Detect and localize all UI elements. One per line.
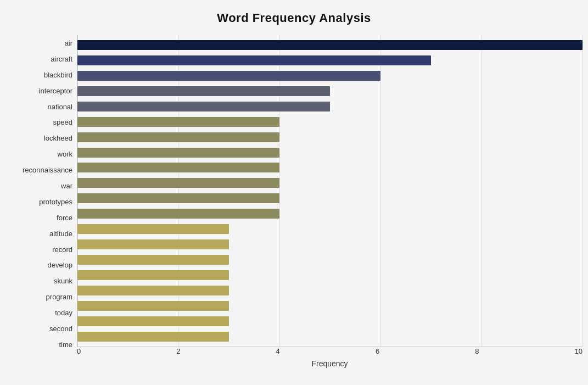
x-axis-labels: 0246810 [77,347,583,358]
bar [77,178,279,188]
y-label: speed [5,119,72,126]
bar [77,239,229,249]
y-label: interceptor [5,87,72,94]
bar [77,209,279,219]
bar-row [77,223,583,235]
bar [77,40,583,50]
bar [77,148,279,158]
y-label: air [5,40,72,47]
y-label: war [5,182,72,189]
bar-row [77,192,583,204]
y-label: national [5,103,72,110]
x-axis-title: Frequency [77,359,583,368]
bar [77,71,380,81]
x-tick: 8 [475,347,479,358]
y-label: develop [5,261,72,269]
y-label: reconnaissance [5,166,72,174]
bar-row [77,177,583,189]
bar [77,132,279,142]
bars-area: 0246810 Frequency [77,35,583,368]
bar [77,102,330,111]
y-label: lockheed [5,135,72,142]
bar-row [77,70,583,82]
x-tick: 6 [376,347,379,358]
bar [77,255,229,265]
y-label: record [5,246,72,253]
y-labels: airaircraftblackbirdinterceptornationals… [5,35,77,368]
bar [77,316,229,326]
bar [77,163,279,172]
y-label: force [5,214,72,221]
y-label: prototypes [5,198,72,205]
bar-row [77,39,583,51]
bar [77,270,229,280]
bar [77,224,229,234]
bar-row [77,300,583,312]
bar-row [77,54,583,66]
bar-row [77,101,583,113]
bar-row [77,254,583,266]
grid-and-bars [77,35,583,347]
y-label: program [5,293,72,300]
x-tick: 10 [574,347,582,358]
bar [77,332,229,342]
bar-row [77,131,583,143]
bar [77,55,431,65]
y-label: blackbird [5,71,72,79]
bar-row [77,331,583,343]
y-label: altitude [5,230,72,237]
x-tick: 2 [176,347,180,358]
y-label: work [5,150,72,158]
bar-row [77,208,583,220]
x-tick: 4 [276,347,280,358]
chart-inner: airaircraftblackbirdinterceptornationals… [5,35,583,368]
y-label: today [5,309,72,316]
bar [77,193,279,203]
bar [77,86,330,96]
y-label: aircraft [5,55,72,63]
bar-row [77,116,583,128]
x-tick: 0 [77,347,81,358]
bar-row [77,85,583,97]
bar [77,117,279,127]
bar-row [77,284,583,297]
bar [77,301,229,311]
chart-title: Word Frequency Analysis [5,11,583,25]
grid-line [583,35,583,347]
bars-rows [77,35,583,347]
bar-row [77,315,583,327]
bar [77,286,229,295]
y-label: second [5,325,72,332]
bar-row [77,269,583,281]
bar-row [77,238,583,250]
bar-row [77,161,583,174]
y-label: skunk [5,277,72,284]
bar-row [77,147,583,159]
chart-container: Word Frequency Analysis airaircraftblack… [0,0,588,385]
y-label: time [5,341,72,348]
